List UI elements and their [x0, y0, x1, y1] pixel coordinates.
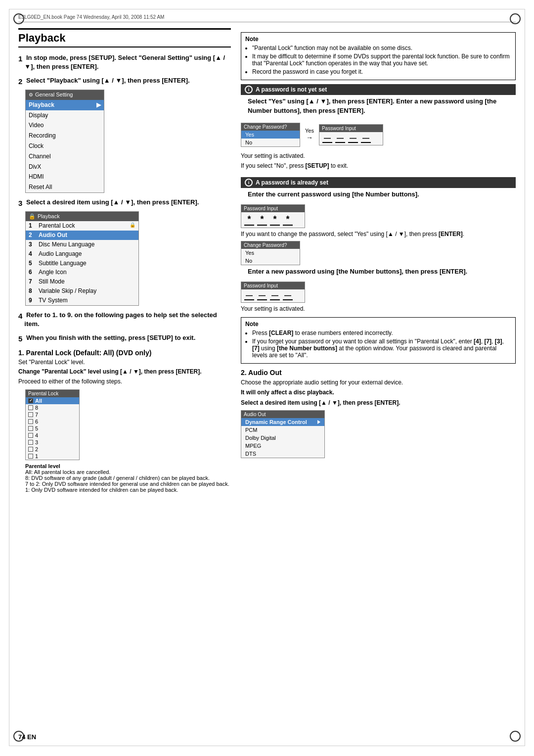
pw-dash-2: — — [335, 134, 345, 143]
change-parental-lock-text: Change "Parental Lock" level using [▲ / … — [18, 368, 231, 376]
ao-item-mpeg[interactable]: MPEG — [241, 442, 324, 450]
menu-item-display[interactable]: Display — [26, 110, 104, 121]
playback-item-2[interactable]: 2Audio Out — [26, 231, 138, 240]
change-password-menu-1: Change Password? Yes No — [241, 123, 300, 147]
playback-item-6[interactable]: 6Angle Icon — [26, 268, 138, 277]
header-text: E3LG0ED_EN.book Page 74 Wednesday, April… — [18, 14, 164, 20]
parental-lock-menu-title: Parental Lock — [26, 390, 79, 397]
parental-item-all[interactable]: ✓ All — [26, 397, 79, 404]
proceed-text: Proceed to either of the following steps… — [18, 378, 231, 386]
playback-item-1[interactable]: 1Parental Lock🔒 — [26, 221, 138, 231]
note-list: "Parental Lock" function may not be avai… — [252, 45, 511, 75]
parental-lock-menu: Parental Lock ✓ All 8 7 6 — [25, 389, 80, 460]
parental-item-7[interactable]: 7 — [26, 411, 79, 418]
password-input-1: Password Input — — — — — [319, 124, 383, 145]
change-pw-yes-1[interactable]: Yes — [241, 131, 300, 139]
arrow-right-pw: → — [306, 134, 313, 142]
pw-new-3: — — [270, 291, 280, 300]
playback-item-7[interactable]: 7Still Mode — [26, 277, 138, 286]
parental-level-label: Parental level All: All parental locks a… — [25, 463, 231, 493]
arrow-yes: Yes → — [305, 128, 314, 142]
pw-already-set-header: i A password is already set — [241, 177, 516, 188]
step-3-num: 3 — [18, 198, 22, 208]
pw-dash-3: — — [348, 134, 358, 143]
playback-item-8[interactable]: 8Variable Skip / Replay — [26, 286, 138, 296]
parental-item-4[interactable]: 4 — [26, 432, 79, 439]
section2-bold-note: It will only affect a disc playback. — [241, 388, 516, 397]
menu-item-divx[interactable]: DivX — [26, 162, 104, 172]
playback-item-9[interactable]: 9TV System — [26, 296, 138, 305]
new-pw-heading: Enter a new password using [the Number b… — [241, 267, 516, 277]
page-number: 74 EN — [18, 733, 36, 741]
ao-item-drc[interactable]: Dynamic Range Control — [241, 418, 324, 426]
section2-select-instruction: Select a desired item using [▲ / ▼], the… — [241, 399, 516, 407]
menu-item-video[interactable]: Video — [26, 120, 104, 131]
note-item-4: Press [CLEAR] to erase numbers entered i… — [252, 330, 511, 336]
pw-stars-dashes: * * * * — [241, 212, 305, 228]
left-column: Playback 1 In stop mode, press [SETUP]. … — [18, 28, 231, 495]
pw-dashes-1: — — — — — [319, 132, 383, 145]
menu-item-playback[interactable]: Playback ▶ — [26, 100, 104, 110]
step-3: 3 Select a desired item using [▲ / ▼], t… — [18, 198, 231, 306]
triangle-right-icon — [317, 420, 320, 424]
checkbox-2 — [28, 447, 33, 452]
checkbox-3 — [28, 440, 33, 445]
section1-subtext: Set "Parental Lock" level. — [18, 359, 231, 366]
change-pw-yes-2[interactable]: Yes — [241, 249, 300, 257]
note-item-2: It may be difficult to determine if some… — [252, 53, 511, 67]
parental-item-1[interactable]: 1 — [26, 453, 79, 460]
pw-not-set-title: A password is not yet set — [256, 86, 327, 93]
step-1-text: In stop mode, press [SETUP]. Select "Gen… — [24, 53, 231, 71]
playback-item-4[interactable]: 4Audio Language — [26, 249, 138, 259]
menu-item-clock[interactable]: Clock — [26, 141, 104, 151]
menu-item-reset-all[interactable]: Reset All — [26, 182, 104, 192]
note-box-top: Note "Parental Lock" function may not be… — [241, 32, 516, 80]
checkbox-1 — [28, 454, 33, 459]
arrow-yes-label: Yes — [305, 128, 314, 134]
change-pw-no-1[interactable]: No — [241, 139, 300, 146]
playback-item-3[interactable]: 3Disc Menu Language — [26, 240, 138, 249]
step-5-text: When you finish with the setting, press … — [24, 333, 195, 342]
step-4-text: Refer to 1. to 9. on the following pages… — [24, 311, 231, 329]
parental-item-5[interactable]: 5 — [26, 425, 79, 432]
change-password-menu-2: Change Password? Yes No — [241, 241, 300, 265]
change-pw-no-2[interactable]: No — [241, 257, 300, 265]
pw-already-set-instruction: Enter the current password using [the Nu… — [241, 190, 516, 199]
right-column: Note "Parental Lock" function may not be… — [241, 28, 516, 495]
change-pw-instruction: If you want to change the password, sele… — [241, 230, 516, 238]
step-2-text: Select "Playback" using [▲ / ▼], then pr… — [24, 76, 189, 85]
ao-item-pcm[interactable]: PCM — [241, 426, 324, 434]
pw-star-4: * — [283, 214, 293, 226]
arrow-right-icon: ▶ — [96, 101, 101, 109]
menu-item-hdmi[interactable]: HDMI — [26, 172, 104, 182]
ao-item-dts[interactable]: DTS — [241, 450, 324, 458]
change-pw-menu-2-box: Change Password? Yes No — [241, 241, 516, 265]
change-pw-title-1: Change Password? — [241, 123, 300, 131]
corner-br — [510, 731, 521, 742]
section2-subtext: Choose the appropriate audio setting for… — [241, 378, 516, 387]
parental-item-2[interactable]: 2 — [26, 446, 79, 453]
parental-item-3[interactable]: 3 — [26, 439, 79, 446]
step-4-num: 4 — [18, 311, 22, 321]
page-title: Playback — [18, 28, 231, 47]
setting-activated-2: Your setting is activated. — [241, 305, 516, 313]
section1-heading: 1. Parental Lock (Default: All) (DVD onl… — [18, 349, 231, 357]
parental-item-6[interactable]: 6 — [26, 418, 79, 425]
menu-item-recording[interactable]: Recording — [26, 131, 104, 141]
pw-already-set-icon: i — [245, 179, 253, 187]
section2-heading: 2. Audio Out — [241, 369, 516, 377]
note-title: Note — [245, 36, 511, 43]
ao-item-dolby[interactable]: Dolby Digital — [241, 434, 324, 442]
step-4: 4 Refer to 1. to 9. on the following pag… — [18, 311, 231, 329]
note-item-1: "Parental Lock" function may not be avai… — [252, 45, 511, 51]
note-box-bottom: Note Press [CLEAR] to erase numbers ente… — [241, 317, 516, 364]
note-item-3: Record the password in case you forget i… — [252, 68, 511, 75]
pw-new-2: — — [257, 291, 267, 300]
parental-item-8[interactable]: 8 — [26, 404, 79, 411]
note-list-2: Press [CLEAR] to erase numbers entered i… — [252, 330, 511, 359]
playback-item-5[interactable]: 5Subtitle Language — [26, 259, 138, 268]
menu-item-channel[interactable]: Channel — [26, 151, 104, 162]
pw-already-set-title: A password is already set — [256, 179, 328, 186]
pw-dash-4: — — [361, 134, 371, 143]
pw-not-set-icon: i — [245, 86, 253, 94]
